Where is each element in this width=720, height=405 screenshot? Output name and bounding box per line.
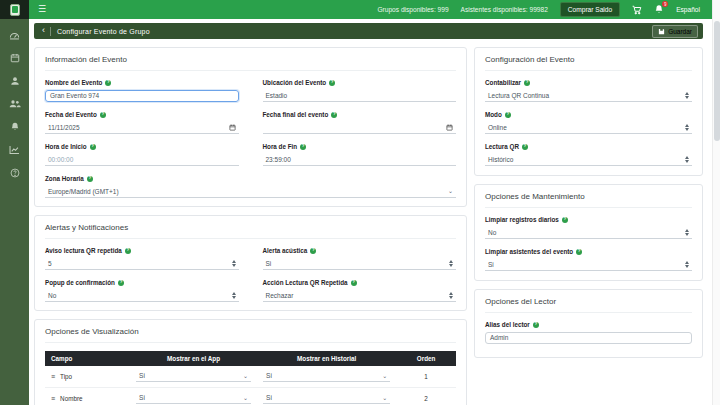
chevron-down-icon: ⌄ bbox=[243, 395, 248, 401]
info-icon[interactable]: ? bbox=[105, 80, 111, 86]
info-icon[interactable]: ? bbox=[300, 144, 306, 150]
clear-daily-select[interactable]: No bbox=[485, 227, 692, 239]
select-arrows-icon bbox=[449, 292, 453, 299]
event-name-input[interactable]: Gran Evento 974 bbox=[45, 90, 239, 102]
alerts-card: Alertas y Notificaciones Aviso lectura Q… bbox=[34, 215, 467, 311]
alerts-title: Alertas y Notificaciones bbox=[45, 223, 456, 239]
clear-attendees-select[interactable]: Si bbox=[485, 259, 692, 271]
show-in-history-select[interactable]: Si⌄ bbox=[263, 371, 390, 382]
reader-alias-label: Alias del lector ? bbox=[485, 321, 692, 328]
event-config-card: Configuración del Evento Contabilizar ? … bbox=[474, 47, 703, 176]
acoustic-alert-select[interactable]: Si bbox=[263, 258, 457, 270]
row-field-label: Nombre bbox=[60, 395, 82, 402]
info-icon[interactable]: ? bbox=[522, 144, 528, 150]
select-arrows-icon bbox=[232, 292, 236, 299]
clear-daily-label: Limpiar registros diarios ? bbox=[485, 216, 692, 223]
scrollbar[interactable] bbox=[712, 0, 720, 405]
info-icon[interactable]: ? bbox=[100, 112, 106, 118]
end-time-input[interactable]: 23:59:00 bbox=[263, 154, 457, 166]
calendar-icon bbox=[229, 124, 236, 131]
end-time-label: Hora de Fin ? bbox=[263, 143, 457, 150]
info-icon[interactable]: ? bbox=[90, 144, 96, 150]
clear-attendees-label: Limpiar asistentes del evento ? bbox=[485, 248, 692, 255]
drag-handle-icon[interactable]: ≡ bbox=[51, 373, 55, 380]
show-in-app-select[interactable]: Si⌄ bbox=[136, 393, 251, 404]
qr-reading-label: Lectura QR ? bbox=[485, 143, 692, 150]
start-time-label: Hora de Inicio ? bbox=[45, 143, 239, 150]
timezone-select[interactable]: Europe/Madrid (GMT+1) ⌄ bbox=[45, 186, 456, 198]
repeat-action-select[interactable]: Rechazar bbox=[263, 290, 457, 302]
chevron-down-icon: ⌄ bbox=[448, 188, 453, 194]
sidebar-item-user-icon[interactable] bbox=[7, 75, 23, 87]
info-icon[interactable]: ? bbox=[524, 80, 530, 86]
reader-options-title: Opciones del Lector bbox=[485, 297, 692, 313]
start-time-input[interactable]: 00:00:00 bbox=[45, 154, 239, 166]
order-value: 1 bbox=[396, 366, 456, 388]
info-icon[interactable]: ? bbox=[329, 80, 335, 86]
sidebar-item-chart-icon[interactable] bbox=[7, 144, 23, 156]
show-in-app-select[interactable]: Si⌄ bbox=[136, 371, 251, 382]
event-date-input[interactable]: 11/11/2025 bbox=[45, 122, 239, 134]
select-arrows-icon bbox=[685, 229, 689, 236]
count-select[interactable]: Lectura QR Continua bbox=[485, 90, 692, 102]
table-row: ≡Tipo Si⌄ Si⌄ 1 bbox=[45, 366, 456, 388]
info-icon[interactable]: ? bbox=[310, 248, 316, 254]
save-floppy-icon bbox=[658, 28, 665, 35]
sidebar-item-help-icon[interactable] bbox=[7, 167, 23, 179]
maintenance-title: Opciones de Mantenimiento bbox=[485, 192, 692, 208]
event-location-input[interactable]: Estadio bbox=[263, 90, 457, 102]
col-historial: Mostrar en Historial bbox=[257, 351, 396, 366]
col-orden: Orden bbox=[396, 351, 456, 366]
info-icon[interactable]: ? bbox=[576, 249, 582, 255]
save-button-label: Guardar bbox=[668, 28, 692, 35]
cart-icon[interactable] bbox=[632, 5, 642, 15]
info-icon[interactable]: ? bbox=[562, 217, 568, 223]
select-arrows-icon bbox=[449, 260, 453, 267]
popup-confirm-select[interactable]: No bbox=[45, 290, 239, 302]
col-campo: Campo bbox=[45, 351, 130, 366]
hamburger-icon[interactable]: ☰ bbox=[38, 5, 46, 14]
main-content: ‹ Configurar Evento de Grupo Guardar Inf… bbox=[29, 19, 712, 405]
sidebar-item-dashboard-icon[interactable] bbox=[7, 29, 23, 41]
topbar: ☰ Grupos disponibles: 999 Asistentes dis… bbox=[0, 0, 712, 19]
chevron-down-icon: ⌄ bbox=[382, 373, 387, 379]
groups-available-label: Grupos disponibles: 999 bbox=[377, 6, 448, 13]
event-end-date-input[interactable] bbox=[263, 122, 457, 134]
info-icon[interactable]: ? bbox=[118, 280, 124, 286]
info-icon[interactable]: ? bbox=[87, 176, 93, 182]
row-field-label: Tipo bbox=[60, 373, 72, 380]
count-label: Contabilizar ? bbox=[485, 79, 692, 86]
scrollbar-thumb[interactable] bbox=[714, 21, 720, 141]
info-icon[interactable]: ? bbox=[351, 280, 357, 286]
language-selector[interactable]: Español bbox=[676, 6, 700, 13]
mode-select[interactable]: Online bbox=[485, 122, 692, 134]
repeat-qr-select[interactable]: 5 bbox=[45, 258, 239, 270]
acoustic-alert-label: Alerta acústica ? bbox=[263, 247, 457, 254]
info-icon[interactable]: ? bbox=[533, 322, 539, 328]
attendees-available-label: Asistentes disponibles: 99982 bbox=[461, 6, 548, 13]
info-icon[interactable]: ? bbox=[125, 248, 131, 254]
notifications-bell-icon[interactable]: 9 bbox=[654, 4, 664, 15]
select-arrows-icon bbox=[685, 156, 689, 163]
save-button[interactable]: Guardar bbox=[652, 25, 698, 38]
display-options-card: Opciones de Visualización Campo Mostrar … bbox=[34, 319, 467, 405]
drag-handle-icon[interactable]: ≡ bbox=[51, 395, 55, 402]
reader-alias-input[interactable]: Admin bbox=[485, 332, 692, 344]
timezone-label: Zona Horaria ? bbox=[45, 175, 456, 182]
info-icon[interactable]: ? bbox=[331, 112, 337, 118]
qr-reading-select[interactable]: Histórico bbox=[485, 154, 692, 166]
buy-balance-button[interactable]: Comprar Saldo bbox=[560, 2, 620, 17]
back-button[interactable]: ‹ bbox=[39, 26, 50, 36]
sidebar-item-calendar-icon[interactable] bbox=[7, 52, 23, 64]
chevron-down-icon: ⌄ bbox=[382, 395, 387, 401]
app-logo[interactable] bbox=[0, 0, 29, 19]
popup-confirm-label: Popup de confirmación ? bbox=[45, 279, 239, 286]
show-in-history-select[interactable]: Si⌄ bbox=[263, 393, 390, 404]
sidebar-item-users-icon[interactable] bbox=[7, 98, 23, 110]
event-info-title: Información del Evento bbox=[45, 55, 456, 71]
event-config-title: Configuración del Evento bbox=[485, 55, 692, 71]
info-icon[interactable]: ? bbox=[505, 112, 511, 118]
sidebar-item-bell-icon[interactable] bbox=[7, 121, 23, 133]
table-row: ≡Nombre Si⌄ Si⌄ 2 bbox=[45, 388, 456, 405]
page-header: ‹ Configurar Evento de Grupo Guardar bbox=[34, 23, 703, 39]
